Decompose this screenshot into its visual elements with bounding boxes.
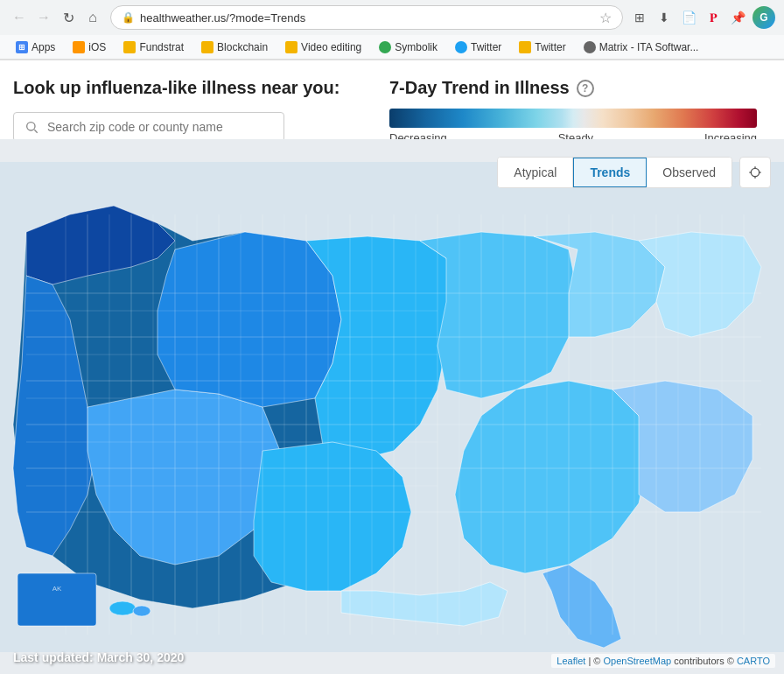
osm-link[interactable]: OpenStreetMap bbox=[603, 656, 671, 666]
browser-chrome: ← → ↻ ⌂ 🔒 ☆ ⊞ ⬇ 📄 𝐏 📌 G ⊞ Apps i bbox=[0, 0, 784, 60]
map-attribution: Leaflet | © OpenStreetMap contributors ©… bbox=[551, 654, 775, 668]
search-icon bbox=[24, 120, 38, 134]
lock-icon: 🔒 bbox=[122, 11, 135, 24]
bookmark-twitter2[interactable]: Twitter bbox=[512, 39, 572, 55]
crosshair-icon bbox=[748, 165, 762, 179]
gradient-bar bbox=[389, 109, 757, 128]
zip-search-input[interactable] bbox=[47, 120, 273, 134]
last-updated: Last updated: March 30, 2020 bbox=[13, 650, 184, 664]
svg-text:AK: AK bbox=[52, 585, 62, 593]
svg-point-48 bbox=[109, 601, 136, 615]
locate-button[interactable] bbox=[739, 157, 771, 188]
bookmark-matrix[interactable]: Matrix - ITA Softwar... bbox=[577, 39, 706, 55]
svg-point-50 bbox=[751, 168, 759, 176]
carto-link[interactable]: CARTO bbox=[737, 656, 770, 666]
forward-button[interactable]: → bbox=[33, 7, 54, 28]
ios-bookmark-icon bbox=[73, 41, 85, 53]
twitter2-bookmark-icon bbox=[519, 41, 531, 53]
bookmark-star-icon[interactable]: ☆ bbox=[599, 10, 612, 26]
atypical-tab[interactable]: Atypical bbox=[498, 158, 573, 187]
bookmark-ios[interactable]: iOS bbox=[66, 39, 113, 55]
back-button[interactable]: ← bbox=[9, 7, 30, 28]
bookmark-blockchain-label: Blockchain bbox=[217, 41, 268, 53]
bookmark-video-label: Video editing bbox=[301, 41, 361, 53]
us-map[interactable]: AK bbox=[0, 139, 784, 674]
url-input[interactable] bbox=[140, 11, 594, 25]
bookmark-twitter2-label: Twitter bbox=[535, 41, 565, 53]
downloads-icon[interactable]: ⬇ bbox=[654, 8, 674, 27]
fundstrat-bookmark-icon bbox=[123, 41, 136, 53]
map-controls: Atypical Trends Observed bbox=[497, 157, 771, 188]
page-content: Look up influenza-like illness near you:… bbox=[0, 60, 784, 674]
extensions-icon[interactable]: ⊞ bbox=[630, 8, 649, 27]
bookmark-twitter1-label: Twitter bbox=[471, 41, 501, 53]
twitter1-bookmark-icon bbox=[455, 41, 467, 53]
leaflet-link[interactable]: Leaflet bbox=[556, 656, 585, 666]
bookmark-apps[interactable]: ⊞ Apps bbox=[9, 39, 62, 55]
reload-button[interactable]: ↻ bbox=[58, 7, 79, 28]
home-button[interactable]: ⌂ bbox=[82, 7, 103, 28]
symbolik-bookmark-icon bbox=[379, 41, 391, 53]
address-bar: 🔒 ☆ bbox=[110, 5, 623, 30]
svg-point-0 bbox=[27, 123, 35, 130]
observed-tab[interactable]: Observed bbox=[647, 158, 732, 187]
map-container[interactable]: AK Atypical Trends Observed bbox=[0, 139, 784, 674]
pinterest-icon[interactable]: 𝐏 bbox=[704, 8, 723, 27]
bookmark-symbolik[interactable]: Symbolik bbox=[372, 39, 444, 55]
bookmark-matrix-label: Matrix - ITA Softwar... bbox=[599, 41, 699, 53]
help-icon[interactable]: ? bbox=[577, 80, 594, 97]
bookmark-twitter1[interactable]: Twitter bbox=[448, 39, 508, 55]
bookmark-symbolik-label: Symbolik bbox=[395, 41, 438, 53]
pdf-icon[interactable]: 📄 bbox=[679, 8, 698, 27]
svg-point-49 bbox=[133, 606, 150, 616]
bookmark-apps-label: Apps bbox=[32, 41, 55, 53]
pocket-icon[interactable]: 📌 bbox=[728, 8, 747, 27]
view-tabs: Atypical Trends Observed bbox=[497, 157, 732, 188]
page-title: Look up influenza-like illness near you: bbox=[13, 78, 363, 98]
matrix-bookmark-icon bbox=[584, 41, 596, 53]
last-updated-label: Last updated: bbox=[13, 650, 94, 664]
nav-buttons: ← → ↻ ⌂ bbox=[9, 7, 103, 28]
bookmark-video-editing[interactable]: Video editing bbox=[278, 39, 368, 55]
apps-bookmark-icon: ⊞ bbox=[16, 41, 28, 53]
svg-line-1 bbox=[34, 130, 37, 132]
video-bookmark-icon bbox=[285, 41, 298, 53]
bookmark-ios-label: iOS bbox=[88, 41, 106, 53]
last-updated-date: March 30, 2020 bbox=[97, 650, 185, 664]
toolbar-icons: ⊞ ⬇ 📄 𝐏 📌 G bbox=[630, 6, 775, 29]
profile-icon[interactable]: G bbox=[752, 6, 775, 29]
legend-title: 7-Day Trend in Illness ? bbox=[389, 78, 771, 98]
browser-toolbar: ← → ↻ ⌂ 🔒 ☆ ⊞ ⬇ 📄 𝐏 📌 G bbox=[0, 0, 784, 35]
svg-rect-46 bbox=[18, 573, 96, 626]
legend-title-text: 7-Day Trend in Illness bbox=[389, 78, 570, 98]
trends-tab[interactable]: Trends bbox=[573, 158, 647, 187]
bookmark-fundstrat[interactable]: Fundstrat bbox=[116, 39, 191, 55]
blockchain-bookmark-icon bbox=[201, 41, 214, 53]
bookmark-fundstrat-label: Fundstrat bbox=[139, 41, 184, 53]
bookmarks-bar: ⊞ Apps iOS Fundstrat Blockchain Video ed… bbox=[0, 35, 784, 60]
bookmark-blockchain[interactable]: Blockchain bbox=[194, 39, 275, 55]
search-box bbox=[13, 112, 284, 142]
